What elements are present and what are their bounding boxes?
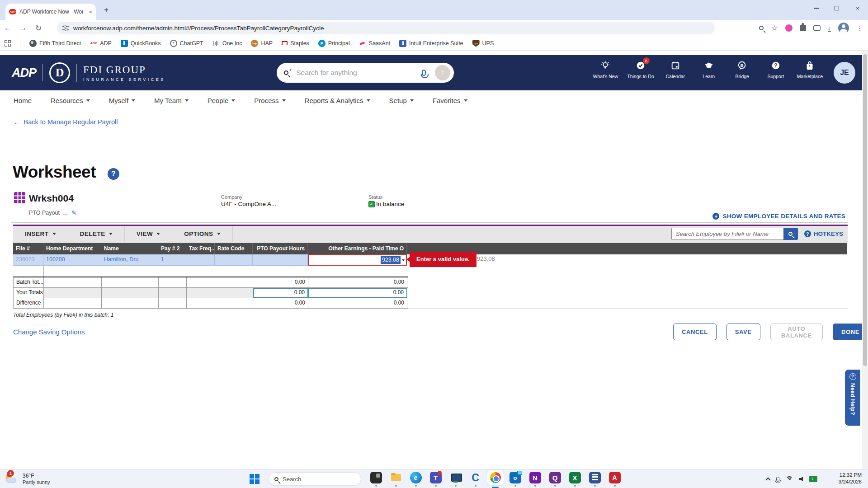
cell-name[interactable]: Hamilton, Dru (101, 254, 158, 266)
site-settings-icon[interactable] (62, 26, 69, 30)
address-bar[interactable]: workforcenow.adp.com/theme/admin.html#/P… (57, 22, 715, 34)
column-header-rate-code[interactable]: Rate Code (215, 243, 253, 254)
pink-extension-icon[interactable] (785, 24, 793, 32)
apps-grid-icon[interactable] (5, 40, 11, 47)
taskbar-outlook[interactable]: o (509, 472, 521, 488)
forward-button[interactable]: → (15, 23, 31, 33)
url-text[interactable]: workforcenow.adp.com/theme/admin.html#/P… (73, 25, 324, 32)
cell-pto-hours[interactable] (253, 254, 308, 266)
menu-calendar[interactable]: Calendar (663, 60, 688, 79)
bookmark-hap[interactable]: hapHAP (251, 40, 273, 47)
tray-microphone-icon[interactable] (776, 477, 779, 482)
bookmark-staples[interactable]: Staples (282, 40, 309, 47)
taskbar-remote-desktop[interactable] (449, 472, 462, 488)
downloads-icon[interactable]: ↓ (828, 25, 831, 32)
edit-pencil-icon[interactable]: ✎ (71, 209, 77, 216)
cell-other-earnings-invalid[interactable]: 923.08 (308, 254, 407, 266)
taskbar-file-explorer[interactable] (390, 472, 402, 488)
taskbar-dark-app[interactable] (370, 472, 382, 488)
tab-close-icon[interactable]: × (89, 9, 92, 15)
taskbar-c-app[interactable]: C (469, 472, 481, 488)
bookmark-one-inc[interactable]: One Inc (212, 40, 242, 47)
column-header-pay2[interactable]: Pay # 2 (158, 243, 186, 254)
menu-bridge[interactable]: B Bridge (730, 60, 755, 79)
bookmark-quickbooks[interactable]: QuickBooks (121, 40, 161, 47)
window-maximize-button[interactable] (826, 0, 847, 16)
taskbar-search-input[interactable] (283, 476, 346, 483)
global-search[interactable]: + ↑ (277, 63, 454, 83)
column-header-name[interactable]: Name (101, 243, 158, 254)
bookmark-fifth-third[interactable]: Fifth Third Direct (29, 40, 81, 47)
employee-search-button[interactable] (783, 228, 798, 240)
change-saving-options-link[interactable]: Change Saving Options (13, 328, 85, 336)
new-tab-button[interactable]: + (101, 5, 111, 15)
bookmark-chatgpt[interactable]: *ChatGPT (170, 40, 203, 47)
taskbar-excel[interactable]: X (569, 472, 581, 488)
cancel-button[interactable]: CANCEL (673, 324, 717, 340)
cell-rate-code[interactable] (215, 254, 253, 266)
window-minimize-button[interactable] (806, 0, 826, 16)
column-header-tax-freq[interactable]: Tax Freq... (186, 243, 215, 254)
scrollbar-thumb[interactable] (863, 54, 867, 366)
taskbar-chrome-active[interactable] (489, 472, 501, 488)
back-button[interactable]: ← (0, 23, 15, 33)
dropdown-caret-icon[interactable] (402, 259, 405, 261)
microphone-icon[interactable] (422, 70, 426, 76)
taskbar-acrobat[interactable]: A (609, 472, 621, 488)
column-header-home-department[interactable]: Home Department (43, 243, 101, 254)
speaker-icon[interactable] (799, 477, 803, 481)
global-search-input[interactable] (296, 69, 417, 77)
user-avatar[interactable]: JE (834, 62, 855, 84)
menu-whats-new[interactable]: What's New (593, 60, 618, 79)
browser-tab[interactable]: ADP ADP Workforce Now - Workshe × (5, 4, 96, 20)
profile-avatar[interactable] (838, 23, 849, 33)
nav-favorites[interactable]: Favorites (433, 97, 467, 104)
employee-search-input[interactable] (671, 228, 783, 240)
insert-menu-button[interactable]: INSERT (13, 226, 68, 242)
employee-row[interactable]: 236023 100200 Hamilton, Dru 1 923.08 (13, 254, 407, 266)
cell-pay2[interactable]: 1 (158, 254, 186, 266)
your-total-pto-hours-input[interactable]: 0.00 (253, 288, 308, 298)
scrollbar[interactable] (862, 51, 868, 469)
show-employee-details-link[interactable]: + SHOW EMPLOYEE DETAILS AND RATES (712, 213, 845, 220)
column-header-file[interactable]: File # (13, 243, 43, 254)
menu-things-to-do[interactable]: 8 Things to Do (627, 60, 654, 79)
window-close-button[interactable]: × (847, 0, 868, 16)
menu-support[interactable]: ? Support (764, 60, 788, 79)
nav-process[interactable]: Process (254, 97, 285, 104)
wifi-icon[interactable] (786, 476, 793, 482)
bookmark-star-icon[interactable]: ☆ (771, 23, 778, 33)
cell-home-department[interactable]: 100200 (43, 254, 101, 266)
back-to-payroll-link[interactable]: ← Back to Manage Regular Payroll (14, 118, 118, 126)
menu-marketplace[interactable]: Marketplace (797, 60, 823, 79)
view-menu-button[interactable]: VIEW (125, 226, 173, 242)
selected-cell-value[interactable]: 923.08 (381, 256, 401, 264)
download-tray-icon[interactable] (809, 476, 817, 482)
nav-people[interactable]: People (208, 97, 236, 104)
weather-widget[interactable]: 1 36°F Partly sunny (5, 471, 50, 486)
help-icon[interactable]: ? (108, 168, 119, 180)
hotkeys-button[interactable]: ? HOTKEYS (804, 230, 843, 237)
bookmark-principal[interactable]: PPrincipal (318, 40, 350, 47)
nav-myself[interactable]: Myself (109, 97, 135, 104)
save-button[interactable]: SAVE (726, 324, 760, 340)
nav-setup[interactable]: Setup (389, 97, 414, 104)
bookmark-saasant[interactable]: SaasAnt (359, 40, 390, 47)
start-button[interactable] (250, 474, 259, 484)
menu-learn[interactable]: Learn (697, 60, 721, 79)
zoom-icon[interactable] (759, 26, 764, 30)
bookmark-adp[interactable]: ADPADP (90, 40, 112, 47)
adp-logo[interactable]: ADP (12, 66, 36, 80)
browser-menu-icon[interactable]: ⋮ (856, 24, 863, 33)
your-total-other-earnings-input[interactable]: 0.00 (308, 288, 407, 298)
taskbar-clock[interactable]: 12:32 PM 3/24/2026 (839, 472, 862, 485)
tray-chevron-up-icon[interactable] (765, 477, 770, 482)
nav-resources[interactable]: Resources (51, 97, 90, 104)
column-header-other-earnings[interactable]: Other Earnings - Paid Time O (308, 243, 407, 254)
taskbar-calculator[interactable] (589, 472, 601, 488)
taskbar-edge[interactable]: e (410, 472, 422, 488)
column-header-pto-hours[interactable]: PTO Payout Hours (253, 243, 308, 254)
bookmark-ups[interactable]: upsUPS (472, 40, 494, 47)
extensions-puzzle-icon[interactable] (800, 25, 806, 31)
nav-my-team[interactable]: My Team (154, 97, 189, 104)
